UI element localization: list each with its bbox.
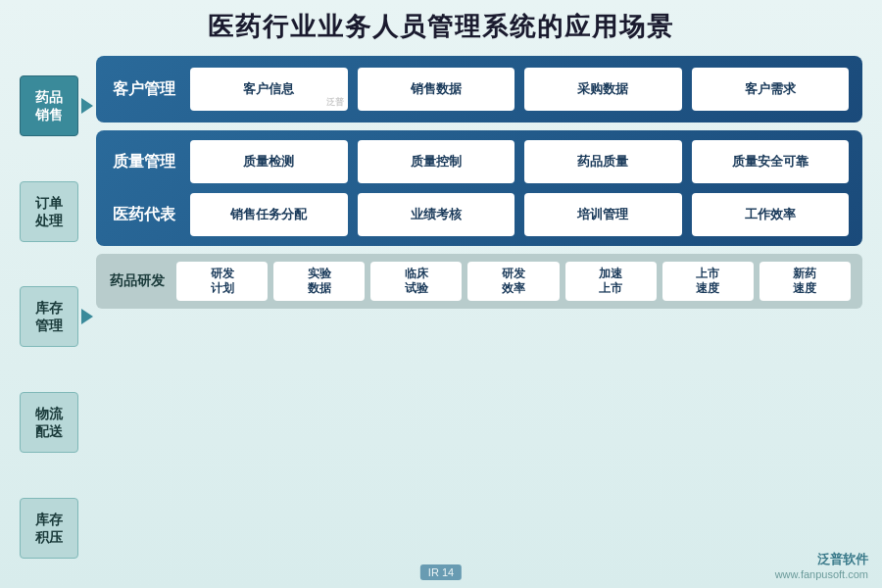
sections-area: 客户管理 客户信息 泛普 销售数据 采购数据 客户需求 — [96, 56, 862, 578]
card-kehu-2[interactable]: 销售数据 — [358, 68, 515, 111]
section-yaopinyanfa: 药品研发 研发 计划 实验 数据 临床 试验 研发 效率 加速 — [96, 254, 862, 309]
page-wrapper: 医药行业业务人员管理系统的应用场景 药品 销售 订单 处理 库存 管理 物流 配… — [0, 0, 882, 588]
page-title: 医药行业业务人员管理系统的应用场景 — [20, 10, 862, 44]
card-zl-1[interactable]: 质量检测 — [190, 140, 348, 183]
section-row-yiyao: 医药代表 销售任务分配 业绩考核 培训管理 工作效率 — [110, 193, 849, 236]
sidebar-item-kucunjiya[interactable]: 库存 积压 — [20, 498, 78, 559]
card-kehu-1[interactable]: 客户信息 泛普 — [190, 68, 348, 111]
section-row-zhiliang: 质量管理 质量检测 质量控制 药品质量 质量安全可靠 — [110, 140, 849, 183]
sidebar-item-dingdanchuli[interactable]: 订单 处理 — [20, 181, 78, 242]
section-title-yiyao: 医药代表 — [110, 205, 178, 225]
card-zl-3[interactable]: 药品质量 — [524, 140, 682, 183]
card-yf-2[interactable]: 实验 数据 — [273, 262, 365, 301]
card-zl-2[interactable]: 质量控制 — [358, 140, 515, 183]
cards-row-yanfa: 研发 计划 实验 数据 临床 试验 研发 效率 加速 上市 — [176, 262, 851, 301]
section-title-kehu: 客户管理 — [110, 79, 178, 100]
watermark: 泛普软件 www.fanpusoft.com — [775, 551, 868, 580]
main-content: 药品 销售 订单 处理 库存 管理 物流 配送 库存 积压 客户管理 — [20, 56, 862, 578]
sidebar-item-yaopinxiaoshou[interactable]: 药品 销售 — [20, 75, 78, 136]
cards-row-yiyao: 销售任务分配 业绩考核 培训管理 工作效率 — [190, 193, 849, 236]
watermark-brand: 泛普软件 — [775, 551, 868, 568]
sidebar-item-kucunguanli[interactable]: 库存 管理 — [20, 286, 78, 347]
section-title-zhiliang: 质量管理 — [110, 152, 178, 172]
section-mid: 质量管理 质量检测 质量控制 药品质量 质量安全可靠 — [96, 130, 862, 246]
card-yy-3[interactable]: 培训管理 — [524, 193, 682, 236]
card-kehu-3[interactable]: 采购数据 — [524, 68, 682, 111]
card-yf-3[interactable]: 临床 试验 — [370, 262, 462, 301]
watermark-url: www.fanpusoft.com — [775, 568, 868, 580]
section-kehugaunli: 客户管理 客户信息 泛普 销售数据 采购数据 客户需求 — [96, 56, 862, 122]
card-yf-6[interactable]: 上市 速度 — [662, 262, 754, 301]
card-yy-4[interactable]: 工作效率 — [692, 193, 850, 236]
card-yf-7[interactable]: 新药 速度 — [760, 262, 851, 301]
sidebar: 药品 销售 订单 处理 库存 管理 物流 配送 库存 积压 — [20, 56, 86, 578]
section-title-yanfa: 药品研发 — [108, 272, 167, 290]
card-yf-1[interactable]: 研发 计划 — [176, 262, 268, 301]
card-kehu-4[interactable]: 客户需求 — [692, 68, 850, 111]
card-yf-5[interactable]: 加速 上市 — [565, 262, 657, 301]
sidebar-item-wuliupeisong[interactable]: 物流 配送 — [20, 392, 78, 453]
card-yy-2[interactable]: 业绩考核 — [358, 193, 515, 236]
ir-badge: IR 14 — [420, 564, 462, 580]
arrow-icon-2 — [81, 309, 93, 324]
card-yf-4[interactable]: 研发 效率 — [467, 262, 559, 301]
card-zl-4[interactable]: 质量安全可靠 — [692, 140, 850, 183]
card-yy-1[interactable]: 销售任务分配 — [190, 193, 348, 236]
cards-row-zhiliang: 质量检测 质量控制 药品质量 质量安全可靠 — [190, 140, 849, 183]
cards-row-kehu: 客户信息 泛普 销售数据 采购数据 客户需求 — [190, 68, 849, 111]
arrow-icon — [81, 98, 93, 114]
